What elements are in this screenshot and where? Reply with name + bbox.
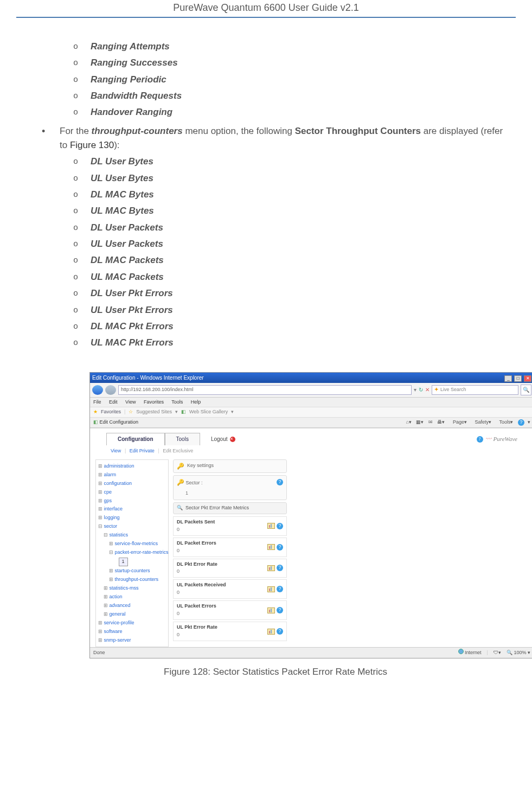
metric-row: UL Packets Received0? xyxy=(173,579,287,599)
tab-tools[interactable]: Tools xyxy=(165,433,200,445)
search-icon: 🔍 xyxy=(177,504,183,512)
toolbar-page[interactable]: Page▾ xyxy=(450,419,467,425)
help-icon[interactable]: ? xyxy=(277,628,283,635)
menu-help[interactable]: Help xyxy=(191,399,201,405)
tree-item-service-profile[interactable]: service-profile xyxy=(98,619,166,628)
toolbar-safety[interactable]: Safety▾ xyxy=(471,419,491,425)
tree-item-general[interactable]: general xyxy=(98,610,166,619)
minimize-button[interactable]: _ xyxy=(504,375,512,382)
help-icon[interactable]: ? xyxy=(477,436,483,443)
sector-value: 1 xyxy=(177,490,283,497)
tree-item-advanced[interactable]: advanced xyxy=(98,602,166,610)
page-icon: ◧ xyxy=(93,419,98,425)
help-icon[interactable]: ? xyxy=(277,586,283,592)
tree-item-alarm[interactable]: alarm xyxy=(98,471,166,479)
subtab-view[interactable]: View xyxy=(111,448,121,453)
tab-configuration[interactable]: Configuration xyxy=(106,433,165,445)
favorites-bar: ★ Favorites | ☆ Suggested Sites ▾ ◧ Web … xyxy=(90,407,532,418)
list-item-label: DL MAC Pkt Errors xyxy=(91,321,174,331)
tree-item-startup-counters[interactable]: startup-counters xyxy=(98,567,166,575)
tree-item-cpe[interactable]: cpe xyxy=(98,488,166,497)
mail-icon[interactable]: ✉ xyxy=(428,419,433,425)
metric-row: UL Pkt Error Rate0? xyxy=(173,622,287,641)
key-settings-box: 🔑 Key settings xyxy=(173,459,287,473)
favorites-label: Favorites xyxy=(101,408,121,416)
subtab-edit-private[interactable]: Edit Private xyxy=(130,448,155,453)
ranging-list: Ranging Attempts Ranging Successes Rangi… xyxy=(41,40,510,120)
favorites-star-icon[interactable]: ★ xyxy=(93,408,98,416)
browser-statusbar: Done Internet | 🛡▾ 🔍 100% ▾ xyxy=(90,647,532,658)
list-item-label: DL User Pkt Errors xyxy=(91,288,173,298)
slice-icon: ◧ xyxy=(181,408,186,416)
tree-item-statistics-mss[interactable]: statistics-mss xyxy=(98,584,166,593)
chart-icon[interactable] xyxy=(267,523,275,529)
chart-icon[interactable] xyxy=(267,544,275,550)
para-term2: Sector Throughput Counters xyxy=(295,126,421,136)
browser-tab[interactable]: Edit Configuration xyxy=(100,419,139,425)
para-text: For the xyxy=(60,126,92,136)
list-item-label: Ranging Attempts xyxy=(91,41,170,52)
brand-logo: ? 〰 PureWave xyxy=(477,434,517,444)
key-icon: 🔑 xyxy=(177,462,184,471)
fav-link-slice[interactable]: Web Slice Gallery xyxy=(189,408,228,416)
help-icon[interactable]: ? xyxy=(518,419,524,426)
tree-item-administration[interactable]: administration xyxy=(98,462,166,471)
toolbar-tools[interactable]: Tools▾ xyxy=(496,419,513,425)
list-item-label: DL MAC Bytes xyxy=(91,189,154,200)
search-go-button[interactable]: 🔍 xyxy=(521,385,531,395)
tree-item-snmp-server[interactable]: snmp-server xyxy=(98,636,166,645)
logout-link[interactable]: Logout xyxy=(211,435,235,444)
menu-view[interactable]: View xyxy=(125,399,136,405)
tree-item-packet-error-rate-metrics[interactable]: packet-error-rate-metrics xyxy=(98,548,166,557)
tree-item-sector[interactable]: sector xyxy=(98,522,166,531)
view-mode-tabs: View | Edit Private | Edit Exclusive xyxy=(111,447,528,455)
tree-item-interface[interactable]: interface xyxy=(98,505,166,514)
fav-star-icon: ☆ xyxy=(129,408,133,416)
subtab-edit-exclusive[interactable]: Edit Exclusive xyxy=(163,448,193,453)
window-buttons: _ □ ✕ xyxy=(504,374,531,382)
tree-item-logging[interactable]: logging xyxy=(98,514,166,522)
list-item-label: Bandwidth Requests xyxy=(91,91,182,101)
zoom-control[interactable]: 🔍 100% ▾ xyxy=(507,649,530,657)
embedded-screenshot: Edit Configuration - Windows Internet Ex… xyxy=(89,372,532,659)
chart-icon[interactable] xyxy=(267,607,275,613)
menu-tools[interactable]: Tools xyxy=(171,399,183,405)
search-input[interactable]: ✦ Live Search xyxy=(432,385,518,395)
tree-item-statistics[interactable]: statistics xyxy=(98,531,166,540)
feed-icon[interactable]: ▦▾ xyxy=(416,419,424,425)
tree-item-configuration[interactable]: configuration xyxy=(98,479,166,488)
menu-favorites[interactable]: Favorites xyxy=(144,399,164,405)
logout-label: Logout xyxy=(211,435,228,444)
tree-item-software[interactable]: software xyxy=(98,628,166,636)
tree-item-1[interactable]: 1 xyxy=(98,557,166,567)
close-button[interactable]: ✕ xyxy=(524,375,531,382)
help-icon[interactable]: ? xyxy=(277,544,283,551)
figure-reference: Figure 130 xyxy=(70,140,114,150)
back-button[interactable] xyxy=(92,385,103,395)
chart-icon[interactable] xyxy=(267,629,275,635)
forward-button[interactable] xyxy=(105,385,116,395)
nav-tree[interactable]: administrationalarmconfigurationcpegpsin… xyxy=(95,459,169,648)
print-icon[interactable]: 🖶▾ xyxy=(437,419,445,425)
protected-mode-icon: 🛡▾ xyxy=(493,649,501,657)
window-title: Edit Configuration - Windows Internet Ex… xyxy=(92,374,204,382)
tree-item-throughput-counters[interactable]: throughput-counters xyxy=(98,575,166,584)
tree-item-service-flow-metrics[interactable]: service-flow-metrics xyxy=(98,540,166,548)
help-icon[interactable]: ? xyxy=(277,523,283,529)
tree-item-action[interactable]: action xyxy=(98,593,166,602)
metric-row: DL Packets Sent0? xyxy=(173,516,287,536)
help-icon[interactable]: ? xyxy=(277,479,283,485)
help-icon[interactable]: ? xyxy=(277,607,283,613)
menu-file[interactable]: File xyxy=(93,399,101,405)
home-icon[interactable]: ⌂▾ xyxy=(406,419,411,425)
chart-icon[interactable] xyxy=(267,586,275,592)
throughput-list: DL User Bytes UL User Bytes DL MAC Bytes… xyxy=(41,155,510,350)
maximize-button[interactable]: □ xyxy=(514,375,522,382)
menu-edit[interactable]: Edit xyxy=(109,399,118,405)
browser-menubar: File Edit View Favorites Tools Help xyxy=(90,398,532,408)
chart-icon[interactable] xyxy=(267,565,275,571)
tree-item-gps[interactable]: gps xyxy=(98,497,166,506)
fav-link-suggested[interactable]: Suggested Sites xyxy=(136,408,172,416)
help-icon[interactable]: ? xyxy=(277,565,283,571)
url-input[interactable]: http://192.168.200.100/index.html xyxy=(118,385,412,395)
